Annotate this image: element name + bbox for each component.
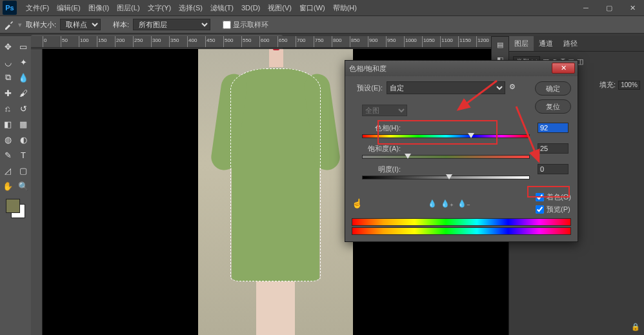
sample-size-select[interactable]: 取样点 — [60, 19, 101, 30]
fill-label: 填充: — [599, 80, 616, 90]
tool-eyedropper[interactable]: 💧 — [16, 70, 30, 85]
hue-bar-bottom — [352, 227, 571, 235]
menu-view[interactable]: 视图(V) — [264, 3, 296, 13]
menu-image[interactable]: 图像(I) — [85, 3, 113, 13]
hue-label: 色相(H): — [362, 123, 401, 133]
color-range-select[interactable]: 全图 — [362, 105, 407, 116]
window-maximize[interactable]: ▢ — [598, 0, 621, 15]
tool-hand[interactable]: ✋ — [1, 179, 15, 193]
tool-eraser[interactable]: ◧ — [1, 117, 15, 131]
tool-gradient[interactable]: ▦ — [16, 117, 30, 131]
hue-bar-top — [352, 218, 571, 226]
fill-input[interactable] — [618, 81, 640, 90]
tool-stamp[interactable]: ⎌ — [1, 101, 15, 116]
hue-saturation-dialog: 色相/饱和度 ✕ 确定 复位 预设(E): 自定 ⚙ 全图 色相(H): 饱和度… — [345, 60, 578, 242]
window-close[interactable]: ✕ — [621, 0, 644, 15]
options-bar: ▾ 取样大小: 取样点 │ 样本: 所有图层 │ 显示取样环 — [0, 15, 644, 34]
fg-color[interactable] — [6, 199, 20, 213]
tool-heal[interactable]: ✚ — [1, 86, 15, 100]
tool-zoom[interactable]: 🔍 — [16, 179, 30, 193]
sample-size-label: 取样大小: — [26, 20, 56, 30]
tool-history[interactable]: ↺ — [16, 101, 30, 116]
eyedropper-sub-icon[interactable]: 💧₋ — [458, 199, 470, 208]
ruler-vertical — [31, 49, 43, 335]
tool-brush[interactable]: 🖌 — [16, 86, 30, 100]
eyedropper-set-icon[interactable]: 💧 — [428, 199, 437, 208]
preset-gear-icon[interactable]: ⚙ — [509, 83, 519, 93]
tool-dodge[interactable]: ◐ — [16, 132, 30, 147]
hue-input[interactable] — [538, 123, 569, 133]
hand-scrubby-icon[interactable]: ☝ — [352, 198, 363, 208]
lightness-label: 明度(I): — [362, 165, 401, 174]
lock-all-icon[interactable]: 🔒 — [631, 323, 640, 331]
menu-bar: Ps 文件(F) 编辑(E) 图像(I) 图层(L) 文字(Y) 选择(S) 滤… — [0, 0, 644, 15]
sample-label: 样本: — [113, 20, 129, 30]
menu-select[interactable]: 选择(S) — [175, 3, 206, 13]
ruler-horizontal: 0501001502002503003504004505005506006507… — [31, 36, 508, 48]
eyedropper-icon — [4, 19, 14, 30]
tab-channels[interactable]: 通道 — [534, 36, 558, 51]
tool-lasso[interactable]: ◡ — [1, 55, 15, 69]
saturation-input[interactable] — [538, 143, 569, 154]
saturation-label: 饱和度(A): — [362, 144, 401, 154]
tool-path[interactable]: ◿ — [1, 163, 15, 178]
tab-paths[interactable]: 路径 — [558, 36, 583, 51]
menu-help[interactable]: 帮助(H) — [329, 3, 361, 13]
dialog-title: 色相/饱和度 — [349, 64, 387, 74]
dialog-close-button[interactable]: ✕ — [552, 63, 575, 74]
menu-3d[interactable]: 3D(D) — [237, 4, 264, 12]
app-logo: Ps — [3, 1, 17, 15]
color-swatches[interactable] — [5, 198, 26, 219]
preset-select[interactable]: 自定 — [387, 81, 505, 94]
colorize-checkbox[interactable]: 着色(O) — [536, 192, 571, 202]
menu-file[interactable]: 文件(F) — [22, 3, 53, 13]
document-image — [198, 49, 353, 335]
hue-slider[interactable] — [362, 134, 530, 138]
tool-blur[interactable]: ◍ — [1, 132, 15, 147]
eyedropper-add-icon[interactable]: 💧₊ — [441, 199, 454, 208]
preview-checkbox[interactable]: 预览(P) — [536, 205, 570, 214]
tool-shape[interactable]: ▢ — [16, 163, 30, 178]
tool-move[interactable]: ✥ — [1, 39, 15, 54]
menu-text[interactable]: 文字(Y) — [144, 3, 176, 13]
show-ring-checkbox[interactable]: 显示取样环 — [223, 20, 268, 30]
tool-marquee[interactable]: ▭ — [16, 39, 30, 54]
history-panel-icon[interactable]: ▤ — [497, 41, 503, 49]
tool-wand[interactable]: ✦ — [16, 55, 30, 69]
tab-layers[interactable]: 图层 — [509, 36, 534, 51]
saturation-slider[interactable] — [362, 155, 530, 159]
sample-select[interactable]: 所有图层 — [133, 19, 210, 30]
menu-edit[interactable]: 编辑(E) — [53, 3, 85, 13]
menu-layer[interactable]: 图层(L) — [113, 3, 143, 13]
preset-label: 预设(E): — [352, 83, 383, 93]
tool-pen[interactable]: ✎ — [1, 148, 15, 162]
tool-crop[interactable]: ⧉ — [1, 70, 15, 85]
menu-filter[interactable]: 滤镜(T) — [206, 3, 237, 13]
menu-window[interactable]: 窗口(W) — [296, 3, 329, 13]
reset-button[interactable]: 复位 — [535, 99, 571, 114]
window-minimize[interactable]: ─ — [574, 0, 598, 15]
ok-button[interactable]: 确定 — [535, 81, 571, 96]
dialog-titlebar[interactable]: 色相/饱和度 ✕ — [345, 61, 578, 76]
lightness-input[interactable] — [538, 164, 569, 174]
tool-type[interactable]: T — [16, 148, 30, 162]
lightness-slider[interactable] — [362, 176, 530, 179]
tools-panel: ✥▭ ◡✦ ⧉💧 ✚🖌 ⎌↺ ◧▦ ◍◐ ✎T ◿▢ ✋🔍 — [0, 36, 31, 335]
